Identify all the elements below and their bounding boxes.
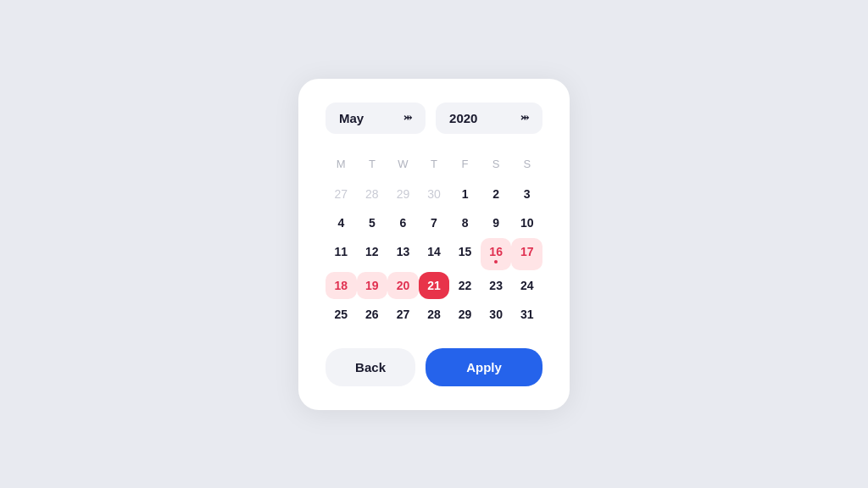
- day-label: S: [511, 154, 542, 174]
- calendar-day[interactable]: 6: [387, 209, 419, 236]
- year-chevron-icon: ⤔: [520, 112, 529, 124]
- year-label: 2020: [449, 111, 477, 125]
- month-dropdown[interactable]: May ⤔: [326, 103, 426, 134]
- calendar-day[interactable]: 28: [357, 180, 388, 208]
- month-label: May: [339, 111, 364, 125]
- calendar-card: May ⤔ 2020 ⤔ MTWTFSS 2728293012345678910…: [298, 79, 570, 410]
- calendar-day[interactable]: 12: [357, 238, 388, 270]
- calendar-day[interactable]: 7: [419, 209, 450, 236]
- calendar-footer: Back Apply: [326, 348, 542, 386]
- calendar-day[interactable]: 16: [481, 238, 512, 270]
- calendar-day[interactable]: 15: [449, 238, 481, 270]
- calendar-day[interactable]: 31: [511, 301, 542, 328]
- calendar-day[interactable]: 1: [449, 180, 481, 208]
- day-label: M: [326, 154, 357, 174]
- calendar-day[interactable]: 5: [357, 209, 388, 236]
- calendar-day[interactable]: 28: [419, 301, 450, 328]
- calendar-day[interactable]: 29: [387, 180, 419, 208]
- calendar-day[interactable]: 22: [449, 272, 481, 299]
- back-button[interactable]: Back: [326, 348, 415, 386]
- calendar-day[interactable]: 13: [387, 238, 419, 270]
- calendar-day[interactable]: 23: [481, 272, 512, 299]
- calendar-day[interactable]: 26: [357, 301, 388, 328]
- calendar-day[interactable]: 18: [326, 272, 357, 299]
- calendar-day[interactable]: 9: [481, 209, 512, 236]
- apply-button[interactable]: Apply: [426, 348, 542, 386]
- calendar-day[interactable]: 25: [326, 301, 357, 328]
- calendar-day[interactable]: 19: [357, 272, 388, 299]
- calendar-day[interactable]: 3: [511, 180, 542, 208]
- calendar-day[interactable]: 4: [326, 209, 357, 236]
- calendar-day[interactable]: 24: [511, 272, 542, 299]
- day-label: T: [419, 154, 450, 174]
- day-label: F: [449, 154, 481, 174]
- day-label: S: [481, 154, 512, 174]
- calendar-day[interactable]: 20: [387, 272, 419, 299]
- year-dropdown[interactable]: 2020 ⤔: [436, 103, 542, 134]
- calendar-day[interactable]: 30: [481, 301, 512, 328]
- day-labels-row: MTWTFSS: [326, 154, 542, 174]
- calendar-day[interactable]: 27: [326, 180, 357, 208]
- calendar-header: May ⤔ 2020 ⤔: [326, 103, 542, 134]
- calendar-day[interactable]: 30: [419, 180, 450, 208]
- calendar-day[interactable]: 2: [481, 180, 512, 208]
- month-chevron-icon: ⤔: [403, 112, 412, 124]
- calendar-day[interactable]: 17: [511, 238, 542, 270]
- calendar-day[interactable]: 8: [449, 209, 481, 236]
- calendar-day[interactable]: 27: [387, 301, 419, 328]
- calendar-day[interactable]: 14: [419, 238, 450, 270]
- calendar-grid: 2728293012345678910111213141516171819202…: [326, 180, 542, 328]
- day-label: W: [387, 154, 419, 174]
- calendar-day[interactable]: 10: [511, 209, 542, 236]
- calendar-day[interactable]: 21: [419, 272, 450, 299]
- calendar-day[interactable]: 29: [449, 301, 481, 328]
- calendar-day[interactable]: 11: [326, 238, 357, 270]
- day-label: T: [357, 154, 388, 174]
